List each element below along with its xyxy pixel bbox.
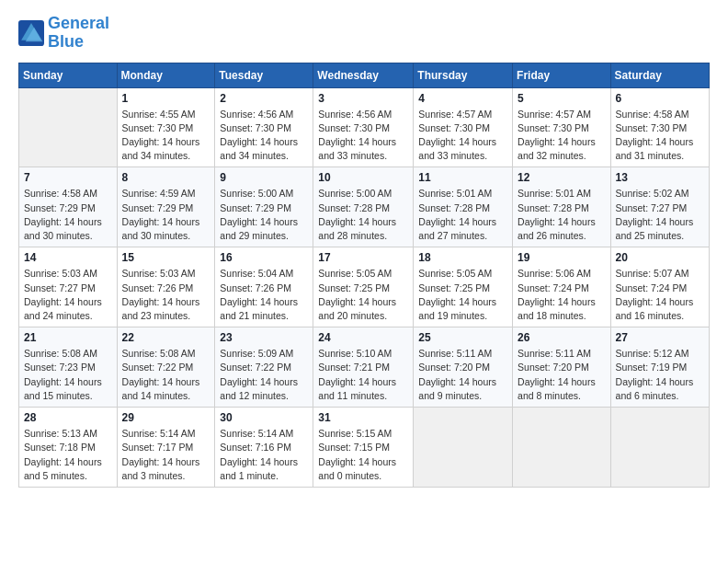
day-info: Sunrise: 4:57 AM Sunset: 7:30 PM Dayligh… <box>518 108 606 164</box>
logo: General Blue <box>18 15 109 52</box>
day-cell: 26Sunrise: 5:11 AM Sunset: 7:20 PM Dayli… <box>513 327 611 408</box>
day-cell: 19Sunrise: 5:06 AM Sunset: 7:24 PM Dayli… <box>513 247 611 327</box>
day-info: Sunrise: 5:09 AM Sunset: 7:22 PM Dayligh… <box>220 347 308 403</box>
day-cell: 10Sunrise: 5:00 AM Sunset: 7:28 PM Dayli… <box>313 167 414 247</box>
day-number: 3 <box>318 92 408 105</box>
day-number: 5 <box>518 92 606 105</box>
day-info: Sunrise: 5:01 AM Sunset: 7:28 PM Dayligh… <box>418 187 507 243</box>
logo-icon <box>18 20 44 46</box>
day-number: 22 <box>122 331 210 344</box>
day-info: Sunrise: 4:58 AM Sunset: 7:29 PM Dayligh… <box>24 187 112 243</box>
day-cell: 15Sunrise: 5:03 AM Sunset: 7:26 PM Dayli… <box>117 247 215 327</box>
day-cell: 16Sunrise: 5:04 AM Sunset: 7:26 PM Dayli… <box>215 247 313 327</box>
day-cell: 17Sunrise: 5:05 AM Sunset: 7:25 PM Dayli… <box>313 247 414 327</box>
day-info: Sunrise: 5:05 AM Sunset: 7:25 PM Dayligh… <box>418 267 507 323</box>
day-number: 19 <box>518 251 606 264</box>
day-number: 21 <box>24 331 112 344</box>
day-info: Sunrise: 5:00 AM Sunset: 7:28 PM Dayligh… <box>318 187 408 243</box>
day-info: Sunrise: 5:01 AM Sunset: 7:28 PM Dayligh… <box>518 187 606 243</box>
day-info: Sunrise: 5:11 AM Sunset: 7:20 PM Dayligh… <box>418 347 507 403</box>
day-number: 11 <box>418 171 507 184</box>
day-cell: 2Sunrise: 4:56 AM Sunset: 7:30 PM Daylig… <box>215 87 313 167</box>
day-cell <box>19 87 118 167</box>
day-number: 12 <box>518 171 606 184</box>
day-number: 15 <box>122 251 210 264</box>
day-number: 7 <box>24 171 112 184</box>
day-number: 26 <box>518 331 606 344</box>
logo-name: General Blue <box>48 15 109 52</box>
day-number: 24 <box>318 331 408 344</box>
day-number: 4 <box>418 92 507 105</box>
day-number: 2 <box>220 92 308 105</box>
day-cell: 22Sunrise: 5:08 AM Sunset: 7:22 PM Dayli… <box>117 327 215 408</box>
day-number: 29 <box>122 411 210 424</box>
header-row: SundayMondayTuesdayWednesdayThursdayFrid… <box>19 63 710 87</box>
day-info: Sunrise: 5:10 AM Sunset: 7:21 PM Dayligh… <box>318 347 408 403</box>
day-cell: 14Sunrise: 5:03 AM Sunset: 7:27 PM Dayli… <box>19 247 118 327</box>
day-number: 6 <box>616 92 704 105</box>
day-info: Sunrise: 5:08 AM Sunset: 7:22 PM Dayligh… <box>122 347 210 403</box>
day-info: Sunrise: 5:03 AM Sunset: 7:27 PM Dayligh… <box>24 267 112 323</box>
col-header-wednesday: Wednesday <box>313 63 414 87</box>
day-cell <box>513 408 611 488</box>
day-number: 31 <box>318 411 408 424</box>
day-number: 17 <box>318 251 408 264</box>
week-row-2: 7Sunrise: 4:58 AM Sunset: 7:29 PM Daylig… <box>19 167 710 247</box>
day-number: 27 <box>616 331 704 344</box>
week-row-1: 1Sunrise: 4:55 AM Sunset: 7:30 PM Daylig… <box>19 87 710 167</box>
day-info: Sunrise: 4:59 AM Sunset: 7:29 PM Dayligh… <box>122 187 210 243</box>
day-info: Sunrise: 5:14 AM Sunset: 7:17 PM Dayligh… <box>122 427 210 483</box>
day-info: Sunrise: 5:13 AM Sunset: 7:18 PM Dayligh… <box>24 427 112 483</box>
day-number: 23 <box>220 331 308 344</box>
day-info: Sunrise: 5:07 AM Sunset: 7:24 PM Dayligh… <box>616 267 704 323</box>
day-cell: 27Sunrise: 5:12 AM Sunset: 7:19 PM Dayli… <box>610 327 709 408</box>
day-info: Sunrise: 5:11 AM Sunset: 7:20 PM Dayligh… <box>518 347 606 403</box>
day-number: 8 <box>122 171 210 184</box>
day-cell: 1Sunrise: 4:55 AM Sunset: 7:30 PM Daylig… <box>117 87 215 167</box>
day-cell: 18Sunrise: 5:05 AM Sunset: 7:25 PM Dayli… <box>414 247 513 327</box>
day-cell: 3Sunrise: 4:56 AM Sunset: 7:30 PM Daylig… <box>313 87 414 167</box>
day-number: 9 <box>220 171 308 184</box>
day-info: Sunrise: 5:05 AM Sunset: 7:25 PM Dayligh… <box>318 267 408 323</box>
day-info: Sunrise: 4:57 AM Sunset: 7:30 PM Dayligh… <box>418 108 507 164</box>
day-info: Sunrise: 5:06 AM Sunset: 7:24 PM Dayligh… <box>518 267 606 323</box>
day-cell: 29Sunrise: 5:14 AM Sunset: 7:17 PM Dayli… <box>117 408 215 488</box>
day-info: Sunrise: 5:02 AM Sunset: 7:27 PM Dayligh… <box>616 187 704 243</box>
day-number: 28 <box>24 411 112 424</box>
col-header-sunday: Sunday <box>19 63 118 87</box>
week-row-3: 14Sunrise: 5:03 AM Sunset: 7:27 PM Dayli… <box>19 247 710 327</box>
header: General Blue <box>18 15 710 52</box>
day-info: Sunrise: 5:04 AM Sunset: 7:26 PM Dayligh… <box>220 267 308 323</box>
day-info: Sunrise: 4:55 AM Sunset: 7:30 PM Dayligh… <box>122 108 210 164</box>
page: General Blue SundayMondayTuesdayWednesda… <box>0 0 728 502</box>
day-cell: 12Sunrise: 5:01 AM Sunset: 7:28 PM Dayli… <box>513 167 611 247</box>
day-info: Sunrise: 5:03 AM Sunset: 7:26 PM Dayligh… <box>122 267 210 323</box>
day-info: Sunrise: 4:58 AM Sunset: 7:30 PM Dayligh… <box>616 108 704 164</box>
day-cell: 6Sunrise: 4:58 AM Sunset: 7:30 PM Daylig… <box>610 87 709 167</box>
day-cell: 4Sunrise: 4:57 AM Sunset: 7:30 PM Daylig… <box>414 87 513 167</box>
day-number: 25 <box>418 331 507 344</box>
day-cell: 21Sunrise: 5:08 AM Sunset: 7:23 PM Dayli… <box>19 327 118 408</box>
day-cell: 13Sunrise: 5:02 AM Sunset: 7:27 PM Dayli… <box>610 167 709 247</box>
day-cell: 11Sunrise: 5:01 AM Sunset: 7:28 PM Dayli… <box>414 167 513 247</box>
day-info: Sunrise: 5:00 AM Sunset: 7:29 PM Dayligh… <box>220 187 308 243</box>
day-cell: 23Sunrise: 5:09 AM Sunset: 7:22 PM Dayli… <box>215 327 313 408</box>
day-cell <box>414 408 513 488</box>
day-cell: 20Sunrise: 5:07 AM Sunset: 7:24 PM Dayli… <box>610 247 709 327</box>
day-info: Sunrise: 5:14 AM Sunset: 7:16 PM Dayligh… <box>220 427 308 483</box>
day-info: Sunrise: 4:56 AM Sunset: 7:30 PM Dayligh… <box>220 108 308 164</box>
day-cell <box>610 408 709 488</box>
day-number: 13 <box>616 171 704 184</box>
day-info: Sunrise: 5:15 AM Sunset: 7:15 PM Dayligh… <box>318 427 408 483</box>
day-cell: 8Sunrise: 4:59 AM Sunset: 7:29 PM Daylig… <box>117 167 215 247</box>
day-cell: 5Sunrise: 4:57 AM Sunset: 7:30 PM Daylig… <box>513 87 611 167</box>
day-number: 30 <box>220 411 308 424</box>
day-cell: 28Sunrise: 5:13 AM Sunset: 7:18 PM Dayli… <box>19 408 118 488</box>
day-cell: 7Sunrise: 4:58 AM Sunset: 7:29 PM Daylig… <box>19 167 118 247</box>
day-info: Sunrise: 5:12 AM Sunset: 7:19 PM Dayligh… <box>616 347 704 403</box>
day-cell: 30Sunrise: 5:14 AM Sunset: 7:16 PM Dayli… <box>215 408 313 488</box>
week-row-5: 28Sunrise: 5:13 AM Sunset: 7:18 PM Dayli… <box>19 408 710 488</box>
calendar-table: SundayMondayTuesdayWednesdayThursdayFrid… <box>18 63 710 488</box>
col-header-friday: Friday <box>513 63 611 87</box>
week-row-4: 21Sunrise: 5:08 AM Sunset: 7:23 PM Dayli… <box>19 327 710 408</box>
